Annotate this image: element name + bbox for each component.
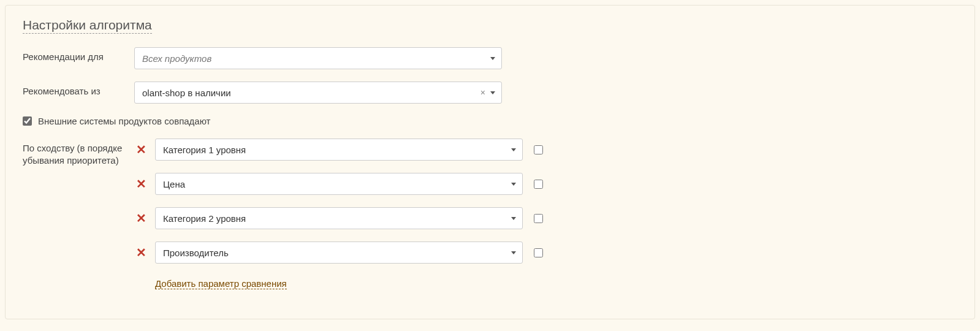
remove-icon[interactable]: ✕ [134, 143, 148, 156]
similarity-select[interactable]: Цена [155, 173, 523, 195]
similarity-select[interactable]: Производитель [155, 242, 523, 264]
recommend-for-select[interactable]: Всех продуктов [134, 47, 502, 69]
similarity-select[interactable]: Категория 1 уровня [155, 139, 523, 161]
caret-down-icon [511, 183, 516, 186]
similarity-label: По сходству (в порядке убывания приорите… [23, 139, 134, 167]
similarity-item: ✕ Цена [134, 173, 543, 195]
recommend-for-row: Рекомендации для Всех продуктов [23, 47, 957, 69]
recommend-from-row: Рекомендовать из olant-shop в наличии × [23, 82, 957, 104]
similarity-trailing-checkbox[interactable] [534, 248, 543, 257]
similarity-item: ✕ Категория 1 уровня [134, 139, 543, 161]
similarity-item: ✕ Производитель [134, 242, 543, 264]
caret-down-icon [511, 217, 516, 220]
similarity-trailing-checkbox[interactable] [534, 214, 543, 223]
external-match-checkbox[interactable] [23, 116, 32, 126]
similarity-value: Категория 2 уровня [163, 213, 511, 224]
caret-down-icon [511, 251, 516, 254]
remove-icon[interactable]: ✕ [134, 178, 148, 190]
similarity-select[interactable]: Категория 2 уровня [155, 207, 523, 229]
similarity-list: ✕ Категория 1 уровня ✕ Цена ✕ Категория [134, 139, 543, 289]
remove-icon[interactable]: ✕ [134, 246, 148, 259]
algorithm-settings-panel: Настройки алгоритма Рекомендации для Все… [5, 5, 975, 319]
similarity-value: Производитель [163, 248, 511, 258]
add-similarity-link[interactable]: Добавить параметр сравнения [155, 278, 287, 289]
clear-icon[interactable]: × [481, 88, 485, 97]
similarity-row: По сходству (в порядке убывания приорите… [23, 139, 957, 289]
similarity-item: ✕ Категория 2 уровня [134, 207, 543, 229]
caret-down-icon [511, 148, 516, 151]
similarity-trailing-checkbox[interactable] [534, 180, 543, 189]
similarity-trailing-checkbox[interactable] [534, 145, 543, 154]
external-match-label[interactable]: Внешние системы продуктов совпадают [38, 116, 211, 126]
recommend-for-label: Рекомендации для [23, 47, 134, 63]
remove-icon[interactable]: ✕ [134, 212, 148, 224]
recommend-from-select[interactable]: olant-shop в наличии × [134, 82, 502, 104]
similarity-value: Категория 1 уровня [163, 145, 511, 155]
recommend-from-value: olant-shop в наличии [142, 88, 481, 98]
caret-down-icon [490, 57, 495, 60]
section-title[interactable]: Настройки алгоритма [23, 18, 152, 34]
recommend-for-value: Всех продуктов [142, 53, 490, 64]
caret-down-icon [490, 91, 495, 94]
similarity-value: Цена [163, 179, 511, 189]
external-match-row: Внешние системы продуктов совпадают [23, 116, 957, 126]
recommend-from-label: Рекомендовать из [23, 82, 134, 97]
